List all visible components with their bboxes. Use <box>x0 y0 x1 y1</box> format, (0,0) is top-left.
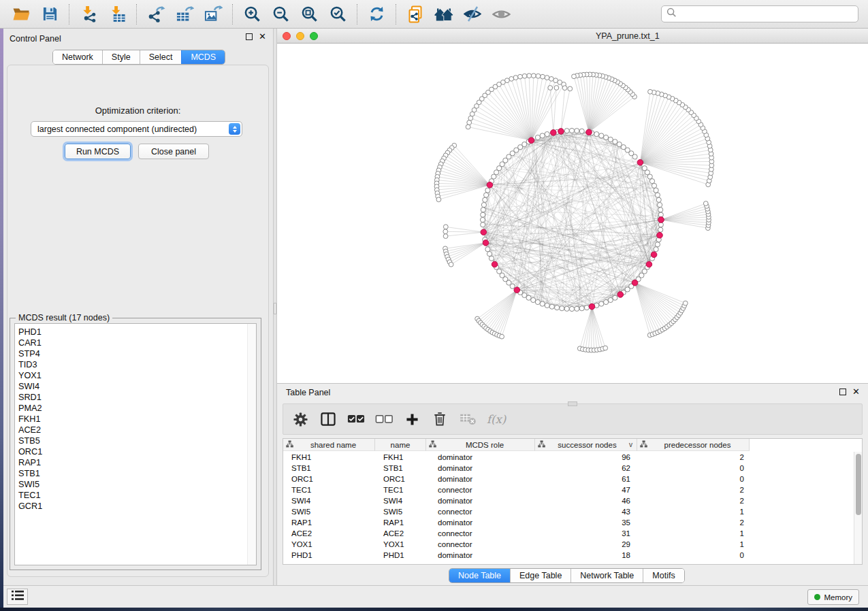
close-panel-button[interactable]: Close panel <box>138 144 209 159</box>
tab-style[interactable]: Style <box>102 50 140 64</box>
mcds-result-item[interactable]: PHD1 <box>18 327 256 337</box>
mcds-result-item[interactable]: ORC1 <box>18 446 256 457</box>
table-cell[interactable]: STB1 <box>375 464 426 472</box>
table-cell[interactable]: 1 <box>637 508 750 516</box>
table-row[interactable]: STB1STB1dominator620 <box>283 463 854 474</box>
float-table-panel-icon[interactable] <box>839 389 846 395</box>
mcds-result-item[interactable]: CAR1 <box>18 337 256 348</box>
tab-network[interactable]: Network <box>53 50 102 64</box>
export-network-icon[interactable] <box>144 3 167 26</box>
mcds-result-item[interactable]: STB1 <box>18 468 256 479</box>
mcds-result-item[interactable]: STB5 <box>18 435 256 446</box>
column-header-shared-name[interactable]: shared name <box>283 439 375 451</box>
eye-icon[interactable] <box>489 3 513 26</box>
table-cell[interactable]: dominator <box>426 551 535 559</box>
table-row[interactable]: FKH1FKH1dominator962 <box>283 452 854 463</box>
table-cell[interactable]: dominator <box>426 464 535 472</box>
table-cell[interactable]: FKH1 <box>375 453 426 461</box>
table-cell[interactable]: 2 <box>637 486 750 494</box>
mcds-result-item[interactable]: STP4 <box>18 348 256 359</box>
gear-icon[interactable] <box>291 409 309 429</box>
mcds-result-item[interactable]: GCR1 <box>18 501 256 512</box>
add-column-icon[interactable] <box>403 409 421 429</box>
mcds-result-list[interactable]: PHD1CAR1STP4TID3YOX1SWI4SRD1PMA2FKH1ACE2… <box>14 323 257 565</box>
run-mcds-button[interactable]: Run MCDS <box>65 144 131 159</box>
table-row[interactable]: SWI4SWI4dominator462 <box>283 495 854 506</box>
table-cell[interactable]: 29 <box>535 540 637 548</box>
mcds-result-item[interactable]: SRD1 <box>18 392 256 403</box>
table-row[interactable]: SWI5SWI5connector431 <box>283 506 854 517</box>
table-cell[interactable]: ORC1 <box>283 475 375 483</box>
search-input[interactable] <box>680 9 853 20</box>
table-scrollbar[interactable] <box>854 452 862 564</box>
split-view-icon[interactable] <box>319 409 337 429</box>
window-zoom-button[interactable] <box>310 32 318 40</box>
column-header-predecessor-nodes[interactable]: predecessor nodes <box>637 439 750 451</box>
table-cell[interactable]: YOX1 <box>375 540 426 548</box>
import-network-icon[interactable] <box>77 3 100 26</box>
zoom-selected-icon[interactable] <box>326 3 349 26</box>
table-cell[interactable]: 0 <box>637 551 750 559</box>
mcds-result-item[interactable]: ACE2 <box>18 425 256 435</box>
table-scrollbar-thumb[interactable] <box>856 454 861 515</box>
window-minimize-button[interactable] <box>296 32 304 40</box>
table-cell[interactable]: PHD1 <box>375 551 426 559</box>
table-row[interactable]: ORC1ORC1dominator610 <box>283 474 854 484</box>
mcds-result-item[interactable]: SWI4 <box>18 381 256 392</box>
table-cell[interactable]: 47 <box>535 486 637 494</box>
table-cell[interactable]: PHD1 <box>283 551 375 559</box>
export-image-icon[interactable] <box>202 3 225 26</box>
table-cell[interactable]: SWI5 <box>375 508 426 516</box>
mcds-result-item[interactable]: RAP1 <box>18 457 256 468</box>
task-history-button[interactable] <box>7 589 28 605</box>
table-cell[interactable]: RAP1 <box>283 518 375 527</box>
table-cell[interactable]: RAP1 <box>375 518 426 527</box>
hide-eye-icon[interactable] <box>461 3 484 26</box>
table-cell[interactable]: connector <box>426 540 535 548</box>
home-icon[interactable] <box>432 3 455 26</box>
table-row[interactable]: ACE2ACE2connector311 <box>283 528 854 539</box>
table-cell[interactable]: dominator <box>426 475 535 483</box>
table-cell[interactable]: FKH1 <box>283 453 375 461</box>
save-icon[interactable] <box>38 3 61 26</box>
splitter-handle[interactable] <box>274 303 276 314</box>
table-cell[interactable]: SWI5 <box>283 508 375 516</box>
table-cell[interactable]: 46 <box>535 497 637 505</box>
table-cell[interactable]: STB1 <box>283 464 375 472</box>
table-cell[interactable]: connector <box>426 508 535 516</box>
table-row[interactable]: YOX1YOX1connector291 <box>283 539 854 550</box>
mcds-result-item[interactable]: YOX1 <box>18 370 256 381</box>
table-cell[interactable]: dominator <box>426 497 535 505</box>
table-cell[interactable]: 2 <box>637 518 750 527</box>
tab-edge-table[interactable]: Edge Table <box>510 569 570 582</box>
table-cell[interactable]: ACE2 <box>283 529 375 538</box>
tab-network-table[interactable]: Network Table <box>570 569 643 582</box>
table-row[interactable]: TEC1TEC1connector472 <box>283 484 854 495</box>
chevron-down-icon[interactable]: v <box>629 441 632 448</box>
table-cell[interactable]: SWI4 <box>283 497 375 505</box>
deselect-all-icon[interactable] <box>375 409 393 429</box>
table-cell[interactable]: 31 <box>535 529 637 538</box>
table-cell[interactable]: 2 <box>637 453 750 461</box>
select-all-icon[interactable] <box>347 409 365 429</box>
table-cell[interactable]: dominator <box>426 453 535 461</box>
criterion-select[interactable]: largest connected component (undirected) <box>31 121 242 137</box>
export-table-icon[interactable] <box>173 3 196 26</box>
import-table-icon[interactable] <box>106 3 129 26</box>
table-cell[interactable]: TEC1 <box>375 486 426 494</box>
delete-column-icon[interactable] <box>431 409 449 429</box>
open-folder-icon[interactable] <box>10 3 33 26</box>
table-row[interactable]: PHD1PHD1dominator180 <box>283 550 854 561</box>
table-cell[interactable]: TEC1 <box>283 486 375 494</box>
table-cell[interactable]: 35 <box>535 518 637 527</box>
mcds-result-scrollbar[interactable] <box>247 324 256 565</box>
tab-mcds[interactable]: MCDS <box>181 50 225 64</box>
memory-button[interactable]: Memory <box>807 589 859 605</box>
table-cell[interactable]: 18 <box>535 551 637 559</box>
tab-node-table[interactable]: Node Table <box>449 569 510 582</box>
tab-select[interactable]: Select <box>140 50 182 64</box>
table-cell[interactable]: 61 <box>535 475 637 483</box>
column-header-MCDS-role[interactable]: MCDS role <box>426 439 535 451</box>
table-cell[interactable]: ACE2 <box>375 529 426 538</box>
mcds-result-item[interactable]: PMA2 <box>18 403 256 414</box>
